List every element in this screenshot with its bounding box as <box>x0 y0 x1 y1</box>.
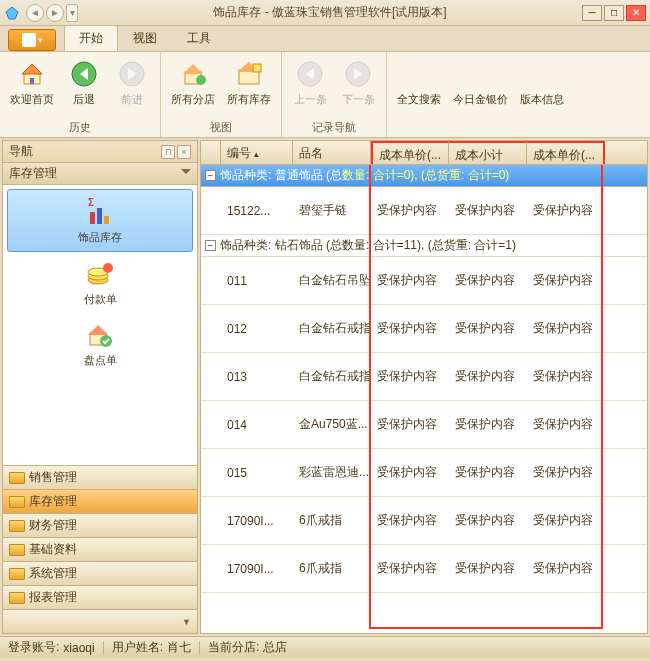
prev-record-button[interactable]: 上一条 <box>288 56 332 109</box>
collapse-icon[interactable]: − <box>205 240 216 251</box>
tab-tools[interactable]: 工具 <box>172 25 226 51</box>
qat-dropdown-icon[interactable]: ▾ <box>66 4 78 22</box>
ribbon-group-recordnav: 上一条 下一条 记录导航 <box>282 52 387 137</box>
grid-header: 编号 ▴ 品名 成本单价(... 成本小计 成本单价(... <box>201 141 647 165</box>
col-expand[interactable] <box>201 141 221 164</box>
coins-icon <box>84 258 116 290</box>
col-cost-unit1[interactable]: 成本单价(... <box>371 141 449 164</box>
ribbon-group-view: 所有分店 所有库存 视图 <box>161 52 282 137</box>
ribbon-group-history: 欢迎首页 后退 前进 历史 <box>0 52 161 137</box>
table-row[interactable]: 015彩蓝雷恩迪...受保护内容受保护内容受保护内容 <box>201 449 647 497</box>
home-button[interactable]: 欢迎首页 <box>6 56 58 109</box>
svg-rect-13 <box>253 64 261 72</box>
nav-item-stock[interactable]: Σ 饰品库存 <box>7 189 193 252</box>
minimize-button[interactable]: ─ <box>582 5 602 21</box>
group-label-history: 历史 <box>6 118 154 135</box>
svg-point-25 <box>103 263 113 273</box>
col-cost-unit2[interactable]: 成本单价(... <box>527 141 605 164</box>
forward-icon <box>116 58 148 90</box>
chevron-down-icon: ▼ <box>182 617 191 627</box>
col-cost-subtotal[interactable]: 成本小计 <box>449 141 527 164</box>
nav-bottom-system[interactable]: 系统管理 <box>3 561 197 585</box>
all-stock-button[interactable]: 所有库存 <box>223 56 275 109</box>
pin-icon[interactable]: ⊓ <box>161 145 175 159</box>
status-account: xiaoqi <box>63 641 94 655</box>
house-check-icon <box>84 319 116 351</box>
nav-item-check[interactable]: 盘点单 <box>3 313 197 374</box>
nav-title: 导航 <box>9 143 33 160</box>
svg-text:Σ: Σ <box>88 197 94 208</box>
svg-rect-20 <box>97 208 102 224</box>
table-row[interactable]: 012白金钻石戒指受保护内容受保护内容受保护内容 <box>201 305 647 353</box>
table-row[interactable]: 17090I...6爪戒指受保护内容受保护内容受保护内容 <box>201 545 647 593</box>
svg-rect-21 <box>104 216 109 224</box>
nav-bottom-finance[interactable]: 财务管理 <box>3 513 197 537</box>
col-name[interactable]: 品名 <box>293 141 371 164</box>
svg-marker-0 <box>6 7 18 19</box>
collapse-icon[interactable]: − <box>205 170 216 181</box>
stock-chart-icon: Σ <box>84 196 116 228</box>
group-label-recordnav: 记录导航 <box>288 118 380 135</box>
nav-close-icon[interactable]: × <box>177 145 191 159</box>
nav-item-payment[interactable]: 付款单 <box>3 252 197 313</box>
fulltext-button[interactable]: 全文搜索 <box>393 56 445 109</box>
back-icon <box>68 58 100 90</box>
group-row[interactable]: − 饰品种类: 普通饰品 (总数量: 合计=0), (总货重: 合计=0) <box>201 165 647 187</box>
qat-forward-icon[interactable]: ► <box>46 4 64 22</box>
table-row[interactable]: 014金Au750蓝...受保护内容受保护内容受保护内容 <box>201 401 647 449</box>
nav-panel: 导航 ⊓ × 库存管理 Σ 饰品库存 付款单 盘点单 销售管理 库存管理 财务管… <box>2 140 198 634</box>
grid-body[interactable]: − 饰品种类: 普通饰品 (总数量: 合计=0), (总货重: 合计=0) 15… <box>201 165 647 633</box>
status-user-label: 用户姓名: <box>112 639 163 656</box>
nav-section-header[interactable]: 库存管理 <box>3 163 197 185</box>
status-branch-label: 当前分店: <box>208 639 259 656</box>
grid-panel: 编号 ▴ 品名 成本单价(... 成本小计 成本单价(... − 饰品种类: 普… <box>200 140 648 634</box>
file-menu-button[interactable]: ▾ <box>8 29 56 51</box>
folder-icon <box>9 568 25 580</box>
svg-marker-27 <box>88 325 108 335</box>
tab-view[interactable]: 视图 <box>118 25 172 51</box>
all-branches-button[interactable]: 所有分店 <box>167 56 219 109</box>
gold-price-button[interactable]: 今日金银价 <box>449 56 512 109</box>
nav-body: Σ 饰品库存 付款单 盘点单 <box>3 185 197 465</box>
branches-icon <box>177 58 209 90</box>
status-user: 肖七 <box>167 639 191 656</box>
table-row[interactable]: 17090I...6爪戒指受保护内容受保护内容受保护内容 <box>201 497 647 545</box>
home-icon <box>16 58 48 90</box>
close-button[interactable]: ✕ <box>626 5 646 21</box>
ribbon-group-misc: 全文搜索 今日金银价 版本信息 <box>387 52 574 137</box>
col-code[interactable]: 编号 ▴ <box>221 141 293 164</box>
svg-rect-19 <box>90 212 95 224</box>
table-row[interactable]: 15122... 碧玺手链 受保护内容 受保护内容 受保护内容 <box>201 187 647 235</box>
group-row[interactable]: − 饰品种类: 钻石饰品 (总数量: 合计=11), (总货重: 合计=1) <box>201 235 647 257</box>
table-row[interactable]: 013白金钻石戒指受保护内容受保护内容受保护内容 <box>201 353 647 401</box>
svg-marker-9 <box>183 64 203 74</box>
nav-bottom-sales[interactable]: 销售管理 <box>3 465 197 489</box>
info-icon <box>526 58 558 90</box>
nav-bottom-base[interactable]: 基础资料 <box>3 537 197 561</box>
ribbon: 欢迎首页 后退 前进 历史 所有分店 所有库存 视图 <box>0 52 650 138</box>
quick-access-toolbar: ◄ ► ▾ <box>26 4 78 22</box>
folder-icon <box>9 472 25 484</box>
svg-point-10 <box>196 75 206 85</box>
back-button[interactable]: 后退 <box>62 56 106 109</box>
statusbar: 登录账号: xiaoqi 用户姓名: 肖七 当前分店: 总店 <box>0 636 650 658</box>
nav-header: 导航 ⊓ × <box>3 141 197 163</box>
stock-icon <box>233 58 265 90</box>
forward-button[interactable]: 前进 <box>110 56 154 109</box>
search-icon <box>403 58 435 90</box>
next-record-button[interactable]: 下一条 <box>336 56 380 109</box>
folder-icon <box>9 592 25 604</box>
ribbon-tabs: ▾ 开始 视图 工具 <box>0 26 650 52</box>
tab-start[interactable]: 开始 <box>64 25 118 51</box>
version-button[interactable]: 版本信息 <box>516 56 568 109</box>
folder-icon <box>9 496 25 508</box>
nav-bottom-report[interactable]: 报表管理 <box>3 585 197 609</box>
qat-back-icon[interactable]: ◄ <box>26 4 44 22</box>
titlebar: ◄ ► ▾ 饰品库存 - 傲蓝珠宝销售管理软件[试用版本] ─ □ ✕ <box>0 0 650 26</box>
nav-bottom-stock[interactable]: 库存管理 <box>3 489 197 513</box>
nav-bottom-more[interactable]: ▼ <box>3 609 197 633</box>
folder-icon <box>9 544 25 556</box>
table-row[interactable]: 011白金钻石吊坠受保护内容受保护内容受保护内容 <box>201 257 647 305</box>
maximize-button[interactable]: □ <box>604 5 624 21</box>
window-title: 饰品库存 - 傲蓝珠宝销售管理软件[试用版本] <box>78 4 582 21</box>
